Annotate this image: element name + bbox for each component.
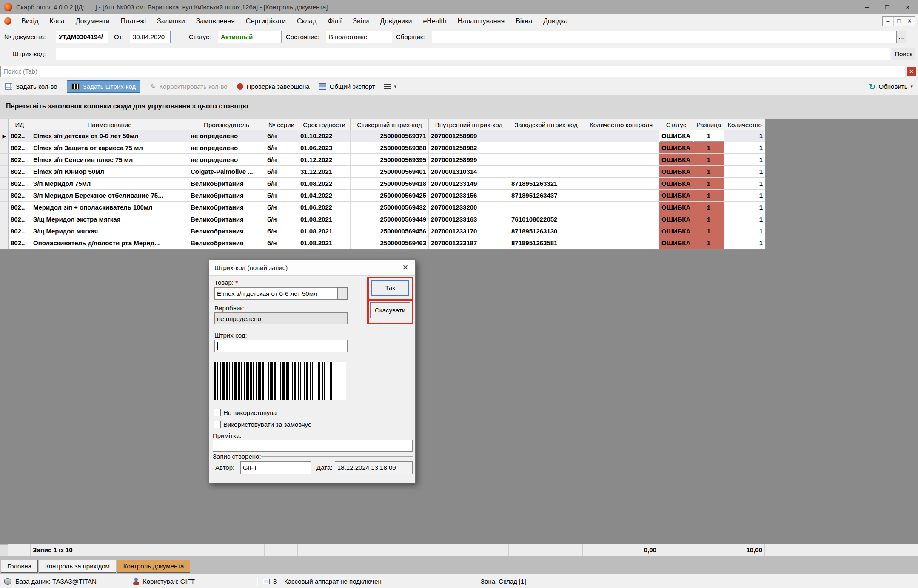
grid-cell[interactable]: б/н xyxy=(265,178,298,190)
grid-cell[interactable]: 2500000569401 xyxy=(351,166,429,178)
grid-cell[interactable]: 802.. xyxy=(9,190,31,202)
collector-input[interactable] xyxy=(432,31,896,43)
menu-item-документи[interactable]: Документи xyxy=(70,14,115,28)
correct-quantity-button[interactable]: ✎ Корректировать кол-во xyxy=(150,83,227,90)
grid-cell[interactable]: 1 xyxy=(693,202,724,213)
grid-cell[interactable] xyxy=(583,154,659,166)
column-header[interactable]: Разница xyxy=(693,119,724,130)
grid-cell[interactable] xyxy=(509,154,583,166)
grid-cell[interactable]: б/н xyxy=(265,130,298,142)
column-header[interactable]: Внутренний штрих-код xyxy=(429,119,509,130)
search-button[interactable]: Поиск xyxy=(892,48,915,60)
grid-cell[interactable]: 1 xyxy=(724,142,765,154)
grid-cell[interactable]: Великобритания xyxy=(188,178,265,190)
check-complete-button[interactable]: Проверка завершена xyxy=(237,83,310,90)
menu-item-довідники[interactable]: Довідники xyxy=(374,14,417,28)
grid-cell[interactable]: б/н xyxy=(265,225,298,237)
not-use-checkbox[interactable]: Не використовува xyxy=(214,409,277,416)
grid-cell[interactable]: 802.. xyxy=(9,142,31,154)
column-header[interactable]: Наименование xyxy=(31,119,188,130)
grid-cell[interactable]: 01.04.2022 xyxy=(298,190,351,202)
grid-cell[interactable]: 2500000569371 xyxy=(351,130,429,142)
column-header[interactable]: Количество xyxy=(724,119,765,130)
grid-cell[interactable]: 2070001233149 xyxy=(429,178,509,190)
grid-cell[interactable]: ОШИБКА xyxy=(659,166,693,178)
grid-cell[interactable]: 2500000569418 xyxy=(351,178,429,190)
grid-cell[interactable]: 1 xyxy=(693,213,724,225)
grid-cell[interactable] xyxy=(583,213,659,225)
grid-cell[interactable] xyxy=(583,237,659,249)
grid-cell[interactable]: Colgate-Palmolive ... xyxy=(188,166,265,178)
grid-cell[interactable]: 2500000569425 xyxy=(351,190,429,202)
table-row[interactable]: 802..З/п Меридол Бережное отбеливание 75… xyxy=(0,190,765,202)
checkbox-icon[interactable] xyxy=(214,421,221,428)
menu-item-платежі[interactable]: Платежі xyxy=(115,14,152,28)
grid-cell[interactable]: ОШИБКА xyxy=(659,130,693,142)
grid-cell[interactable]: Великобритания xyxy=(188,225,265,237)
grid-cell[interactable]: 01.08.2022 xyxy=(298,178,351,190)
list-options-button[interactable]: ▾ xyxy=(384,84,396,89)
grid-cell[interactable]: 802.. xyxy=(9,166,31,178)
menu-item-ehealth[interactable]: eHealth xyxy=(417,14,452,28)
menu-item-звіти[interactable]: Звіти xyxy=(347,14,374,28)
table-row[interactable]: 802..Ополаскиватель д/полости рта Мерид.… xyxy=(0,237,765,249)
grid-cell[interactable]: 2070001233156 xyxy=(429,190,509,202)
use-default-checkbox[interactable]: Використовувати за замовчує xyxy=(214,421,311,428)
grid-cell[interactable]: 2500000569463 xyxy=(351,237,429,249)
grid-cell[interactable]: ОШИБКА xyxy=(659,154,693,166)
set-quantity-button[interactable]: Задать кол-во xyxy=(5,83,57,90)
grid-cell[interactable]: 31.12.2021 xyxy=(298,166,351,178)
grid-cell[interactable]: 802.. xyxy=(9,237,31,249)
grid-cell[interactable]: не определено xyxy=(188,130,265,142)
dialog-close-icon[interactable]: × xyxy=(399,260,412,276)
grid-cell[interactable]: 802.. xyxy=(9,178,31,190)
column-header[interactable]: Статус xyxy=(659,119,693,130)
quick-search-input[interactable]: Поиск (Tab) xyxy=(0,66,905,77)
grid-cell[interactable]: 1 xyxy=(693,154,724,166)
table-row[interactable]: 802..Elmex з/п Сенситив плюс 75 млне опр… xyxy=(0,154,765,166)
grid-cell[interactable]: 1 xyxy=(693,225,724,237)
window-maximize-button[interactable]: □ xyxy=(877,0,898,14)
grid-cell[interactable]: 1 xyxy=(724,166,765,178)
window-minimize-button[interactable]: – xyxy=(857,0,877,14)
grid-cell[interactable] xyxy=(583,202,659,213)
table-row[interactable]: 802..Elmex з/п Юниор 50млColgate-Palmoli… xyxy=(0,166,765,178)
export-button[interactable]: Общий экспорт xyxy=(319,83,375,90)
grid-cell[interactable]: б/н xyxy=(265,237,298,249)
grid-cell[interactable]: 802.. xyxy=(9,154,31,166)
grid-cell[interactable]: Elmex з/п Юниор 50мл xyxy=(31,166,188,178)
grid-cell[interactable]: 1 xyxy=(724,154,765,166)
grid-cell[interactable]: ОШИБКА xyxy=(659,142,693,154)
collector-browse-button[interactable]: ... xyxy=(896,31,906,43)
grid-cell[interactable]: 2070001258982 xyxy=(429,142,509,154)
grid-cell[interactable]: 8718951263437 xyxy=(509,190,583,202)
grid-cell[interactable]: Elmex з/п Сенситив плюс 75 мл xyxy=(31,154,188,166)
grid-cell[interactable]: 01.12.2022 xyxy=(298,154,351,166)
grid-cell[interactable]: Великобритания xyxy=(188,237,265,249)
grid-cell[interactable]: б/н xyxy=(265,190,298,202)
grid-cell[interactable]: ОШИБКА xyxy=(659,237,693,249)
grid-cell[interactable]: 802.. xyxy=(9,202,31,213)
tab-контроль-документа[interactable]: Контроль документа xyxy=(117,560,190,573)
grid-cell[interactable]: не определено xyxy=(188,154,265,166)
mdi-minimize-button[interactable]: – xyxy=(883,17,893,26)
mdi-close-button[interactable]: × xyxy=(904,17,915,26)
grid-cell[interactable]: 1 xyxy=(724,190,765,202)
grid-cell[interactable]: 01.08.2021 xyxy=(298,237,351,249)
doc-number-input[interactable]: УТДМ0304194/ xyxy=(56,31,108,43)
tab-контроль-за-прихідом[interactable]: Контроль за прихідом xyxy=(39,560,116,573)
menu-item-сертифікати[interactable]: Сертифікати xyxy=(240,14,291,28)
grid-cell[interactable]: 1 xyxy=(724,202,765,213)
grid-cell[interactable]: ОШИБКА xyxy=(659,225,693,237)
menu-item-замовлення[interactable]: Замовлення xyxy=(191,14,240,28)
grid-cell[interactable]: 1 xyxy=(724,237,765,249)
refresh-button[interactable]: ↻ Обновить ▾ xyxy=(869,83,913,90)
grid-cell[interactable]: 7610108022052 xyxy=(509,213,583,225)
column-header[interactable]: Заводской штрих-код xyxy=(509,119,583,130)
grid-cell[interactable]: 01.06.2023 xyxy=(298,142,351,154)
grid-cell[interactable]: 8718951263321 xyxy=(509,178,583,190)
column-header[interactable]: Срок годности xyxy=(298,119,351,130)
grid-cell[interactable]: З/п Меридол Бережное отбеливание 75... xyxy=(31,190,188,202)
grid-cell[interactable]: ОШИБКА xyxy=(659,202,693,213)
grid-cell[interactable]: 2070001233163 xyxy=(429,213,509,225)
